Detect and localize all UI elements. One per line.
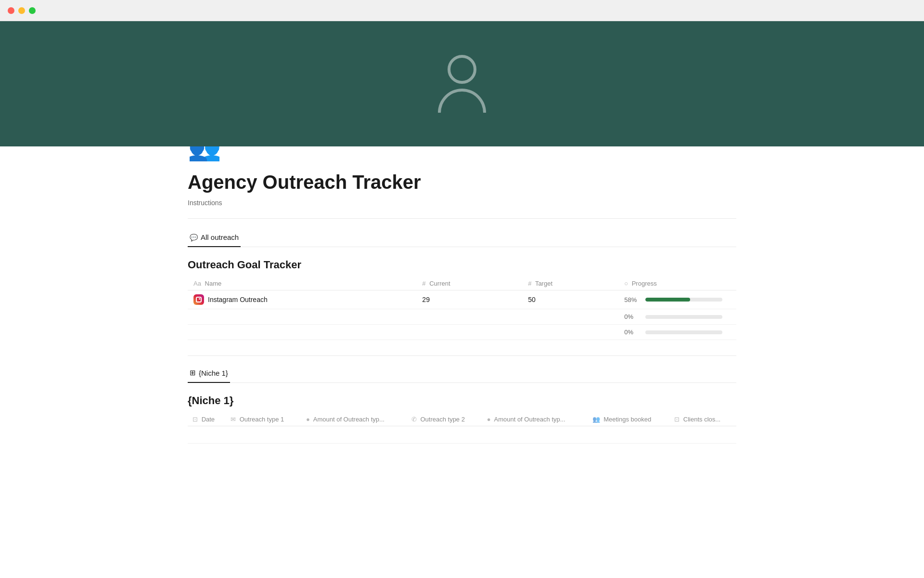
niche-empty-row-1	[188, 426, 736, 444]
niche-col-amt1-label: Amount of Outreach typ...	[313, 416, 385, 423]
dot-icon-2: ●	[487, 416, 491, 423]
niche-col-clients-label: Clients clos...	[683, 416, 720, 423]
niche-col-clients: ⊡ Clients clos...	[669, 413, 736, 426]
niche-col-ot2: ✆ Outreach type 2	[407, 413, 482, 426]
hero-banner	[0, 21, 924, 146]
niche-col-ot2-label: Outreach type 2	[420, 416, 465, 423]
maximize-button[interactable]	[29, 7, 36, 14]
tracker-name-text: Instagram Outreach	[208, 296, 268, 303]
clients-icon: ⊡	[674, 416, 680, 423]
niche-col-meetings-label: Meetings booked	[603, 416, 651, 423]
progress-label: 58%	[624, 296, 642, 303]
tracker-current-cell	[416, 325, 522, 340]
col-progress-icon: ○	[624, 280, 628, 287]
goal-tracker-row: Instagram Outreach295058%	[188, 290, 736, 309]
progress-label: 0%	[624, 313, 642, 320]
instructions-toggle[interactable]: Instructions	[188, 197, 222, 209]
progress-bar-fill	[645, 298, 690, 302]
date-icon: ⊡	[192, 416, 198, 423]
tab-nav-1: 💬 All outreach	[188, 228, 736, 247]
tab-niche1-icon: ⊞	[190, 368, 196, 377]
col-current-icon: #	[422, 280, 425, 287]
dot-icon-1: ●	[306, 416, 310, 423]
niche-col-date-label: Date	[202, 416, 215, 423]
progress-bar-bg	[645, 315, 722, 319]
goal-tracker-row: 0%	[188, 309, 736, 325]
niche-col-meetings: 👥 Meetings booked	[588, 413, 670, 426]
col-current-header: # Current	[416, 277, 522, 290]
tab-all-outreach-label: All outreach	[201, 233, 239, 241]
tracker-target-cell	[522, 309, 618, 325]
goal-tracker-table: Aa Name # Current # Target ○ Progress	[188, 277, 736, 340]
tab-niche1-label: {Niche 1}	[199, 369, 228, 377]
tracker-current-cell	[416, 309, 522, 325]
minimize-button[interactable]	[18, 7, 25, 14]
tracker-name-cell	[188, 309, 416, 325]
niche-col-ot1: ✉ Outreach type 1	[226, 413, 301, 426]
tracker-name-cell	[188, 325, 416, 340]
tracker-progress-cell: 0%	[618, 325, 736, 340]
instagram-icon	[193, 294, 204, 305]
hero-person-body	[438, 89, 486, 113]
col-progress-header: ○ Progress	[618, 277, 736, 290]
tab-all-outreach-icon: 💬	[190, 234, 198, 241]
tracker-progress-cell: 58%	[618, 290, 736, 309]
niche-col-date: ⊡ Date	[188, 413, 226, 426]
tab-nav-2: ⊞ {Niche 1}	[188, 364, 736, 383]
goal-tracker-title: Outreach Goal Tracker	[188, 259, 736, 271]
col-name-label: Name	[205, 280, 222, 287]
niche-table: ⊡ Date ✉ Outreach type 1 ● Amount of Out…	[188, 413, 736, 444]
window-chrome	[0, 0, 924, 21]
page-body: 👥 Agency Outreach Tracker Instructions 💬…	[149, 133, 775, 473]
tracker-target-cell: 50	[522, 290, 618, 309]
tracker-progress-cell: 0%	[618, 309, 736, 325]
page-title: Agency Outreach Tracker	[188, 171, 736, 193]
goal-tracker-row: 0%	[188, 325, 736, 340]
envelope-icon: ✉	[231, 416, 236, 423]
col-target-icon: #	[528, 280, 531, 287]
tab-niche1[interactable]: ⊞ {Niche 1}	[188, 364, 230, 383]
col-current-label: Current	[429, 280, 450, 287]
tracker-current-cell: 29	[416, 290, 522, 309]
col-progress-label: Progress	[632, 280, 657, 287]
progress-label: 0%	[624, 328, 642, 336]
divider-2	[188, 355, 736, 356]
col-target-label: Target	[535, 280, 552, 287]
close-button[interactable]	[8, 7, 14, 14]
niche-section-title: {Niche 1}	[188, 394, 736, 407]
niche-col-amt2-label: Amount of Outreach typ...	[494, 416, 565, 423]
niche-col-ot1-label: Outreach type 1	[240, 416, 284, 423]
main-content: 👥 Agency Outreach Tracker Instructions 💬…	[0, 21, 924, 473]
niche-col-amt2: ● Amount of Outreach typ...	[482, 413, 588, 426]
hero-person-head	[448, 55, 476, 84]
phone-icon: ✆	[411, 416, 417, 423]
niche-col-amt1: ● Amount of Outreach typ...	[301, 413, 407, 426]
tab-all-outreach[interactable]: 💬 All outreach	[188, 228, 241, 247]
col-name-header: Aa Name	[188, 277, 416, 290]
progress-bar-bg	[645, 298, 722, 302]
col-target-header: # Target	[522, 277, 618, 290]
hero-icon	[438, 55, 486, 113]
col-name-icon: Aa	[193, 280, 201, 287]
meetings-icon: 👥	[592, 416, 600, 423]
tracker-target-cell	[522, 325, 618, 340]
progress-bar-bg	[645, 330, 722, 334]
divider-1	[188, 218, 736, 219]
tracker-name-cell: Instagram Outreach	[188, 290, 416, 309]
